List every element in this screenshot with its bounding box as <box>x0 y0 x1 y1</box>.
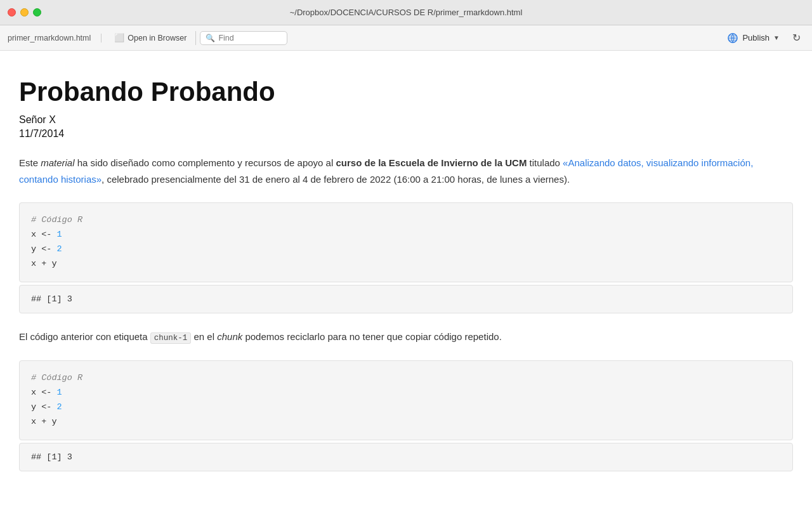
browser-icon: ⬜ <box>114 33 124 43</box>
close-button[interactable] <box>8 8 16 16</box>
refresh-icon: ↻ <box>792 32 801 43</box>
para2-end: podemos reciclarlo para no tener que cop… <box>242 331 502 342</box>
paragraph-1: Este material ha sido diseñado como comp… <box>19 155 793 187</box>
code-comment-2: # Código R <box>31 371 781 386</box>
titlebar: ~/Dropbox/DOCENCIA/CURSOS DE R/primer_rm… <box>0 0 812 25</box>
code-line-2-1: x <- 1 <box>31 386 781 400</box>
code-line-1-3: x + y <box>31 257 781 272</box>
para1-text-pre: Este <box>19 157 41 168</box>
publish-button[interactable]: Publish ▼ <box>722 30 785 46</box>
publish-icon <box>727 32 738 44</box>
search-icon: 🔍 <box>206 34 215 43</box>
para1-pre-link: titulado <box>527 157 563 168</box>
toolbar-right: Publish ▼ ↻ <box>722 30 804 46</box>
publish-dropdown-icon: ▼ <box>773 34 780 41</box>
code-line-2-2: y <- 2 <box>31 400 781 415</box>
maximize-button[interactable] <box>33 8 41 16</box>
search-input[interactable] <box>218 34 282 43</box>
inline-code-chunk1: chunk-1 <box>150 332 192 344</box>
code-block-2: # Código R x <- 1 y <- 2 x + y <box>19 360 793 440</box>
para2-pre: El código anterior con etiqueta <box>19 331 150 342</box>
output-block-2: ## [1] 3 <box>19 443 793 471</box>
open-browser-label: Open in Browser <box>128 34 187 43</box>
para2-italic: chunk <box>217 331 242 342</box>
code-comment-1: # Código R <box>31 213 781 228</box>
document-title: Probando Probando <box>19 76 793 108</box>
para1-post-link: , celebrado presencialmente del 31 de en… <box>102 174 570 185</box>
open-in-browser-button[interactable]: ⬜ Open in Browser <box>109 30 192 45</box>
minimize-button[interactable] <box>20 8 29 16</box>
traffic-lights <box>8 8 41 16</box>
refresh-button[interactable]: ↻ <box>789 30 804 45</box>
document-date: 11/7/2014 <box>19 128 793 140</box>
output-block-1: ## [1] 3 <box>19 285 793 313</box>
code-line-1-1: x <- 1 <box>31 228 781 242</box>
document-author: Señor X <box>19 114 793 126</box>
paragraph-2: El código anterior con etiqueta chunk-1 … <box>19 329 793 345</box>
search-container: 🔍 <box>200 31 287 45</box>
para1-text-mid: ha sido diseñado como complemento y recu… <box>75 157 336 168</box>
document-content: Probando Probando Señor X 11/7/2014 Este… <box>6 51 806 505</box>
toolbar: primer_rmarkdown.html ⬜ Open in Browser … <box>0 25 812 51</box>
code-block-1: # Código R x <- 1 y <- 2 x + y <box>19 202 793 282</box>
para1-bold: curso de la Escuela de Invierno de la UC… <box>336 157 527 168</box>
publish-label: Publish <box>742 33 769 43</box>
toolbar-separator-1 <box>195 31 196 45</box>
code-line-2-3: x + y <box>31 415 781 430</box>
para2-post: en el <box>191 331 217 342</box>
code-line-1-2: y <- 2 <box>31 242 781 257</box>
para1-italic: material <box>41 157 74 168</box>
window-title: ~/Dropbox/DOCENCIA/CURSOS DE R/primer_rm… <box>290 8 523 17</box>
filename-label: primer_rmarkdown.html <box>8 34 102 43</box>
